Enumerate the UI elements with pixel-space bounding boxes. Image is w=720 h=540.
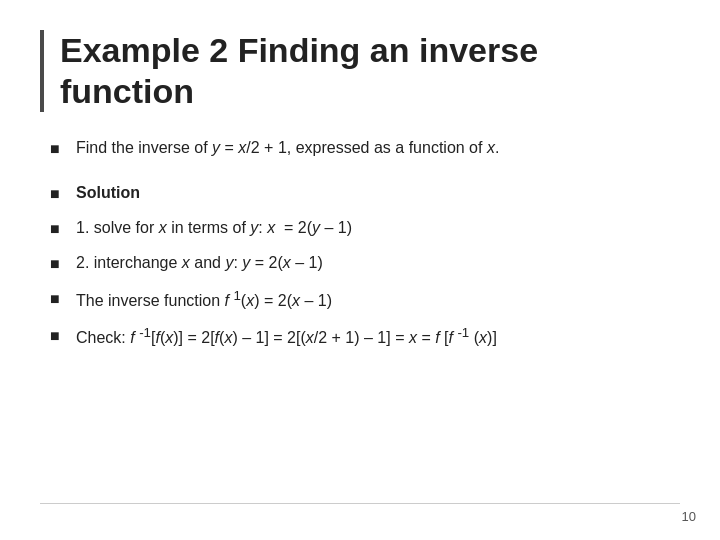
bullet-marker-3: ■ <box>50 217 68 241</box>
list-item: ■ Find the inverse of y = x/2 + 1, expre… <box>50 136 680 161</box>
bullet-text-4: 2. interchange x and y: y = 2(x – 1) <box>76 251 680 275</box>
list-item: ■ 1. solve for x in terms of y: x = 2(y … <box>50 216 680 241</box>
title-section: Example 2 Finding an inverse function <box>40 30 680 112</box>
list-item: ■ Check: f -1[f(x)] = 2[f(x) – 1] = 2[(x… <box>50 323 680 350</box>
bullet-marker-1: ■ <box>50 137 68 161</box>
slide-container: Example 2 Finding an inverse function ■ … <box>0 0 720 540</box>
bullet-text-6: Check: f -1[f(x)] = 2[f(x) – 1] = 2[(x/2… <box>76 323 680 350</box>
divider <box>40 503 680 504</box>
list-item: ■ 2. interchange x and y: y = 2(x – 1) <box>50 251 680 276</box>
bullet-text-1: Find the inverse of y = x/2 + 1, express… <box>76 136 680 160</box>
bullet-text-2: Solution <box>76 181 680 205</box>
bullet-marker-2: ■ <box>50 182 68 206</box>
bullet-marker-6: ■ <box>50 324 68 348</box>
bullet-text-5: The inverse function f 1(x) = 2(x – 1) <box>76 286 680 313</box>
page-number: 10 <box>682 509 696 524</box>
bullet-text-3: 1. solve for x in terms of y: x = 2(y – … <box>76 216 680 240</box>
list-item: ■ Solution <box>50 181 680 206</box>
content-section: ■ Find the inverse of y = x/2 + 1, expre… <box>40 136 680 510</box>
slide-title: Example 2 Finding an inverse function <box>60 30 680 112</box>
title-line2: function <box>60 72 194 110</box>
title-line1: Example 2 Finding an inverse <box>60 31 538 69</box>
list-item: ■ The inverse function f 1(x) = 2(x – 1) <box>50 286 680 313</box>
bullet-marker-5: ■ <box>50 287 68 311</box>
bullet-marker-4: ■ <box>50 252 68 276</box>
